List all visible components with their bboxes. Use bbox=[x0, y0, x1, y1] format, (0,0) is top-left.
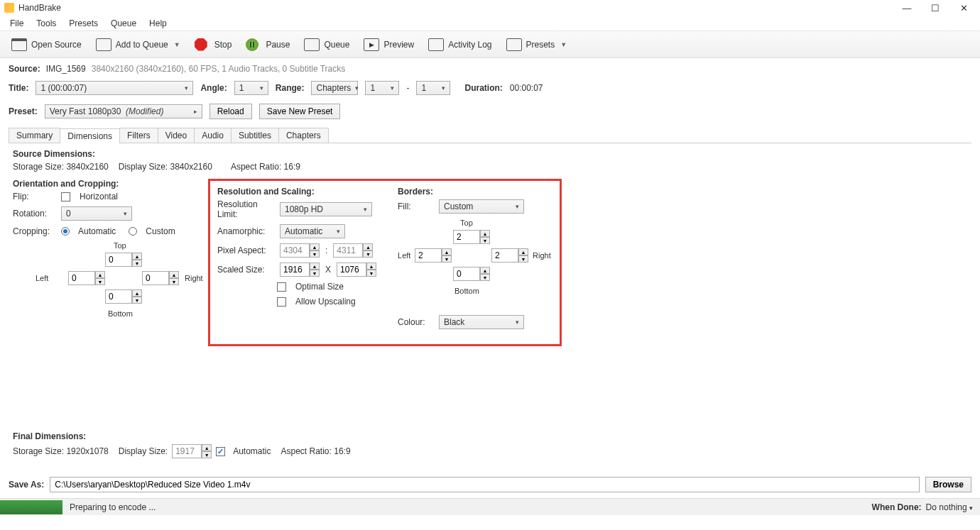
queue-icon bbox=[304, 38, 320, 52]
add-to-queue-button[interactable]: Add to Queue ▼ bbox=[90, 35, 186, 54]
flip-horizontal-checkbox[interactable] bbox=[61, 192, 70, 201]
reload-button[interactable]: Reload bbox=[209, 104, 252, 119]
activity-log-button[interactable]: Activity Log bbox=[423, 35, 497, 54]
rotation-select[interactable]: 0▾ bbox=[61, 206, 132, 221]
rotation-label: Rotation: bbox=[13, 209, 55, 219]
queue-button[interactable]: Queue bbox=[298, 35, 355, 54]
pause-button[interactable]: Pause bbox=[240, 36, 295, 53]
resolution-limit-select[interactable]: 1080p HD▾ bbox=[280, 202, 372, 216]
tab-audio[interactable]: Audio bbox=[194, 128, 232, 143]
presets-button[interactable]: Presets ▼ bbox=[501, 35, 573, 54]
chevron-down-icon[interactable]: ▼ bbox=[174, 41, 180, 48]
pixel-aspect-h-input[interactable] bbox=[333, 243, 363, 258]
save-path-input[interactable] bbox=[50, 477, 919, 492]
tab-filters[interactable]: Filters bbox=[119, 128, 158, 143]
source-dimensions-head: Source Dimensions: bbox=[13, 149, 967, 159]
final-display-spinner[interactable]: ▲▼ bbox=[172, 444, 212, 458]
tab-video[interactable]: Video bbox=[158, 128, 195, 143]
menu-tools[interactable]: Tools bbox=[31, 17, 62, 30]
scaled-w-spinner[interactable]: ▲▼ bbox=[280, 263, 320, 277]
crop-bottom-input[interactable] bbox=[105, 289, 132, 304]
chevron-down-icon[interactable]: ▼ bbox=[560, 41, 567, 48]
crop-left-spinner[interactable]: ▲▼ bbox=[68, 271, 105, 285]
stop-button[interactable]: Stop bbox=[189, 36, 238, 53]
menu-help[interactable]: Help bbox=[143, 17, 173, 30]
tab-summary[interactable]: Summary bbox=[9, 128, 60, 143]
crop-bottom-label: Bottom bbox=[108, 309, 133, 318]
when-done-select[interactable]: Do nothing ▾ bbox=[926, 502, 973, 512]
fill-select[interactable]: Custom▾ bbox=[439, 199, 524, 214]
tab-chapters[interactable]: Chapters bbox=[278, 128, 329, 143]
scaled-w-input[interactable] bbox=[280, 263, 310, 277]
border-bottom-input[interactable] bbox=[453, 267, 480, 281]
preset-value: Very Fast 1080p30 (Modified) bbox=[50, 106, 164, 116]
allow-upscaling-checkbox[interactable] bbox=[277, 297, 286, 307]
crop-right-input[interactable] bbox=[142, 271, 169, 285]
pixel-sep: : bbox=[325, 245, 327, 255]
crop-left-input[interactable] bbox=[68, 271, 95, 285]
border-left-input[interactable] bbox=[415, 248, 442, 263]
tab-subtitles[interactable]: Subtitles bbox=[231, 128, 279, 143]
preset-select[interactable]: Very Fast 1080p30 (Modified) ▸ bbox=[45, 104, 202, 118]
border-right-spinner[interactable]: ▲▼ bbox=[491, 248, 528, 263]
log-icon bbox=[428, 38, 444, 52]
range-to-select[interactable]: 1▾ bbox=[416, 81, 450, 95]
pause-label: Pause bbox=[266, 40, 290, 50]
stop-label: Stop bbox=[214, 40, 232, 50]
crop-bottom-spinner[interactable]: ▲▼ bbox=[105, 289, 142, 304]
maximize-button[interactable]: ☐ bbox=[929, 3, 942, 13]
menu-queue[interactable]: Queue bbox=[105, 17, 142, 30]
range-from-value: 1 bbox=[370, 83, 375, 93]
tab-dimensions[interactable]: Dimensions bbox=[60, 128, 120, 143]
final-display-input[interactable] bbox=[172, 444, 202, 458]
final-auto-checkbox[interactable] bbox=[216, 447, 225, 456]
source-display-label: Display Size: bbox=[119, 162, 168, 172]
optimal-size-checkbox[interactable] bbox=[277, 282, 286, 292]
menu-presets[interactable]: Presets bbox=[63, 17, 104, 30]
crop-top-input[interactable] bbox=[105, 253, 132, 267]
border-top-spinner[interactable]: ▲▼ bbox=[453, 230, 490, 244]
pixel-aspect-w-input[interactable] bbox=[280, 243, 310, 258]
angle-select[interactable]: 1▾ bbox=[234, 81, 268, 95]
optimal-size-label: Optimal Size bbox=[295, 282, 344, 292]
border-right-input[interactable] bbox=[491, 248, 518, 263]
anamorphic-label: Anamorphic: bbox=[217, 226, 274, 236]
minimize-button[interactable]: — bbox=[900, 3, 913, 13]
fill-value: Custom bbox=[444, 201, 473, 211]
close-button[interactable]: ✕ bbox=[957, 3, 970, 13]
preview-button[interactable]: ▶ Preview bbox=[358, 35, 420, 54]
crop-right-spinner[interactable]: ▲▼ bbox=[142, 271, 179, 285]
duration-label: Duration: bbox=[464, 83, 502, 93]
border-right-label: Right bbox=[533, 251, 551, 260]
pixel-aspect-h-spinner[interactable]: ▲▼ bbox=[333, 243, 373, 258]
border-bottom-spinner[interactable]: ▲▼ bbox=[453, 267, 490, 281]
stop-icon bbox=[195, 38, 207, 51]
anamorphic-select[interactable]: Automatic▾ bbox=[280, 224, 345, 238]
range-from-select[interactable]: 1▾ bbox=[365, 81, 399, 95]
preset-row: Preset: Very Fast 1080p30 (Modified) ▸ R… bbox=[9, 104, 971, 119]
cropping-auto-radio[interactable] bbox=[61, 227, 70, 236]
crop-top-spinner[interactable]: ▲▼ bbox=[105, 253, 142, 267]
pause-icon bbox=[246, 38, 258, 51]
open-source-button[interactable]: Open Source bbox=[6, 35, 87, 54]
rotation-value: 0 bbox=[66, 209, 71, 219]
final-dimensions-row: Storage Size: 1920x1078 Display Size: ▲▼… bbox=[13, 444, 967, 458]
title-select[interactable]: 1 (00:00:07)▾ bbox=[36, 81, 193, 95]
border-left-spinner[interactable]: ▲▼ bbox=[415, 248, 452, 263]
colour-select[interactable]: Black▾ bbox=[439, 315, 524, 329]
pixel-aspect-label: Pixel Aspect: bbox=[217, 245, 274, 255]
range-type-select[interactable]: Chapters▾ bbox=[311, 81, 358, 95]
final-storage-value: 1920x1078 bbox=[66, 446, 108, 456]
browse-button[interactable]: Browse bbox=[925, 477, 971, 492]
pixel-aspect-w-spinner[interactable]: ▲▼ bbox=[280, 243, 320, 258]
final-aspect-value: 16:9 bbox=[334, 446, 350, 456]
menu-file[interactable]: File bbox=[4, 17, 29, 30]
save-new-preset-button[interactable]: Save New Preset bbox=[259, 104, 341, 119]
range-to-value: 1 bbox=[421, 83, 426, 93]
scaled-h-spinner[interactable]: ▲▼ bbox=[337, 263, 376, 277]
cropping-custom-radio[interactable] bbox=[129, 227, 137, 236]
border-top-input[interactable] bbox=[453, 230, 480, 244]
scaled-h-input[interactable] bbox=[337, 263, 366, 277]
crop-left-label: Left bbox=[36, 274, 48, 282]
source-display-value: 3840x2160 bbox=[170, 162, 212, 172]
